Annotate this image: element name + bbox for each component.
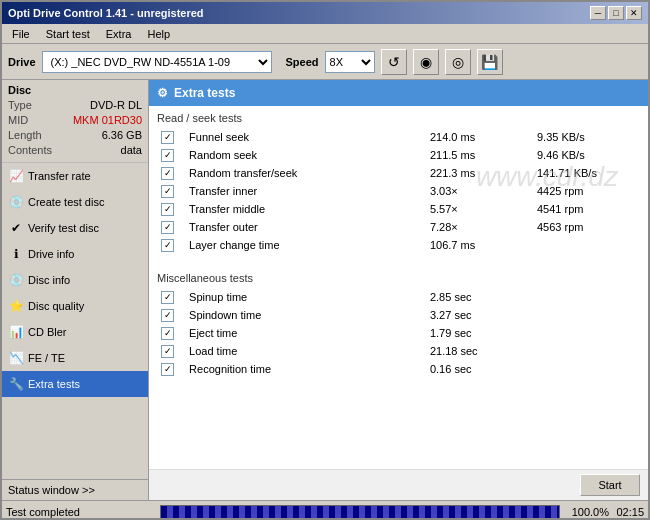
main-layout: Disc Type DVD-R DL MID MKM 01RD30 Length…	[2, 80, 648, 500]
disc-section-title: Disc	[8, 84, 142, 96]
funnel-seek-name: Funnel seek	[185, 128, 426, 146]
progress-fill	[161, 506, 559, 518]
status-percent: 100.0%	[564, 506, 609, 518]
transfer-inner-val2: 4425 rpm	[533, 182, 640, 200]
table-row: ✓ Random seek 211.5 ms 9.46 KB/s	[157, 146, 640, 164]
drive-info-icon: ℹ	[8, 246, 24, 262]
layer-change-checkbox[interactable]: ✓	[161, 239, 174, 252]
recognition-name: Recognition time	[185, 360, 426, 378]
table-row: ✓ Transfer middle 5.57× 4541 rpm	[157, 200, 640, 218]
disc-mid-row: MID MKM 01RD30	[8, 113, 142, 128]
minimize-button[interactable]: ─	[590, 6, 606, 20]
content-title: Extra tests	[174, 86, 235, 100]
sidebar-item-drive-info[interactable]: ℹ Drive info	[2, 241, 148, 267]
disc-quality-icon: ⭐	[8, 298, 24, 314]
random-transfer-val2: 141.71 KB/s	[533, 164, 640, 182]
table-row: ✓ Load time 21.18 sec	[157, 342, 640, 360]
spindown-checkbox[interactable]: ✓	[161, 309, 174, 322]
status-window-button[interactable]: Status window >>	[2, 479, 148, 500]
sidebar-item-create-test-disc[interactable]: 💿 Create test disc	[2, 189, 148, 215]
table-row: ✓ Layer change time 106.7 ms	[157, 236, 640, 254]
sidebar-item-extra-tests[interactable]: 🔧 Extra tests	[2, 371, 148, 397]
layer-change-name: Layer change time	[185, 236, 426, 254]
eject-val2	[533, 324, 640, 342]
layer-change-val1: 106.7 ms	[426, 236, 533, 254]
sidebar-item-label: Drive info	[28, 248, 74, 260]
recognition-checkbox[interactable]: ✓	[161, 363, 174, 376]
recognition-val2	[533, 360, 640, 378]
recognition-val1: 0.16 sec	[426, 360, 533, 378]
sidebar-item-label: CD Bler	[28, 326, 67, 338]
eject-checkbox[interactable]: ✓	[161, 327, 174, 340]
menu-help[interactable]: Help	[141, 27, 176, 41]
disc-mid-value: MKM 01RD30	[73, 113, 142, 128]
spinup-checkbox[interactable]: ✓	[161, 291, 174, 304]
funnel-seek-checkbox[interactable]: ✓	[161, 131, 174, 144]
table-row: ✓ Random transfer/seek 221.3 ms 141.71 K…	[157, 164, 640, 182]
disc-button[interactable]: ◉	[413, 49, 439, 75]
header-icon: ⚙	[157, 86, 168, 100]
menu-extra[interactable]: Extra	[100, 27, 138, 41]
sidebar-item-label: Verify test disc	[28, 222, 99, 234]
eject-val1: 1.79 sec	[426, 324, 533, 342]
sidebar-item-disc-quality[interactable]: ⭐ Disc quality	[2, 293, 148, 319]
create-test-disc-icon: 💿	[8, 194, 24, 210]
transfer-outer-name: Transfer outer	[185, 218, 426, 236]
random-seek-val1: 211.5 ms	[426, 146, 533, 164]
transfer-outer-val1: 7.28×	[426, 218, 533, 236]
table-row: ✓ Recognition time 0.16 sec	[157, 360, 640, 378]
random-seek-checkbox[interactable]: ✓	[161, 149, 174, 162]
sidebar-item-label: Disc quality	[28, 300, 84, 312]
content-area: ⚙ Extra tests www.cdr.dz Read / seek tes…	[149, 80, 648, 500]
eject-name: Eject time	[185, 324, 426, 342]
disc-length-value: 6.36 GB	[102, 128, 142, 143]
table-row: ✓ Eject time 1.79 sec	[157, 324, 640, 342]
table-row: ✓ Spindown time 3.27 sec	[157, 306, 640, 324]
disc-contents-row: Contents data	[8, 143, 142, 158]
spindown-name: Spindown time	[185, 306, 426, 324]
save-button[interactable]: 💾	[477, 49, 503, 75]
content-body: www.cdr.dz Read / seek tests ✓ Funnel se…	[149, 106, 648, 469]
sidebar-item-label: Create test disc	[28, 196, 104, 208]
content-header: ⚙ Extra tests	[149, 80, 648, 106]
load-val1: 21.18 sec	[426, 342, 533, 360]
sidebar-item-fe-te[interactable]: 📉 FE / TE	[2, 345, 148, 371]
verify-test-disc-icon: ✔	[8, 220, 24, 236]
start-button[interactable]: Start	[580, 474, 640, 496]
sidebar-item-transfer-rate[interactable]: 📈 Transfer rate	[2, 163, 148, 189]
window-title: Opti Drive Control 1.41 - unregistered	[8, 7, 204, 19]
extra-tests-icon: 🔧	[8, 376, 24, 392]
eject-button[interactable]: ◎	[445, 49, 471, 75]
load-checkbox[interactable]: ✓	[161, 345, 174, 358]
transfer-inner-checkbox[interactable]: ✓	[161, 185, 174, 198]
window-controls: ─ □ ✕	[590, 6, 642, 20]
disc-mid-label: MID	[8, 113, 28, 128]
menu-bar: File Start test Extra Help	[2, 24, 648, 44]
refresh-button[interactable]: ↺	[381, 49, 407, 75]
speed-label: Speed	[286, 56, 319, 68]
disc-contents-label: Contents	[8, 143, 52, 158]
drive-select[interactable]: (X:) _NEC DVD_RW ND-4551A 1-09	[42, 51, 272, 73]
menu-start-test[interactable]: Start test	[40, 27, 96, 41]
disc-info-icon: 💿	[8, 272, 24, 288]
misc-table: ✓ Spinup time 2.85 sec ✓ Spindown time 3…	[157, 288, 640, 378]
speed-select[interactable]: 8X	[325, 51, 375, 73]
transfer-middle-checkbox[interactable]: ✓	[161, 203, 174, 216]
maximize-button[interactable]: □	[608, 6, 624, 20]
sidebar-item-cd-bler[interactable]: 📊 CD Bler	[2, 319, 148, 345]
table-row: ✓ Transfer inner 3.03× 4425 rpm	[157, 182, 640, 200]
disc-length-row: Length 6.36 GB	[8, 128, 142, 143]
layer-change-val2	[533, 236, 640, 254]
sidebar-item-label: Extra tests	[28, 378, 80, 390]
random-transfer-checkbox[interactable]: ✓	[161, 167, 174, 180]
spindown-val2	[533, 306, 640, 324]
sidebar-item-disc-info[interactable]: 💿 Disc info	[2, 267, 148, 293]
transfer-outer-checkbox[interactable]: ✓	[161, 221, 174, 234]
status-time: 02:15	[609, 506, 644, 518]
disc-contents-value: data	[121, 143, 142, 158]
menu-file[interactable]: File	[6, 27, 36, 41]
close-button[interactable]: ✕	[626, 6, 642, 20]
random-transfer-val1: 221.3 ms	[426, 164, 533, 182]
transfer-rate-icon: 📈	[8, 168, 24, 184]
sidebar-item-verify-test-disc[interactable]: ✔ Verify test disc	[2, 215, 148, 241]
